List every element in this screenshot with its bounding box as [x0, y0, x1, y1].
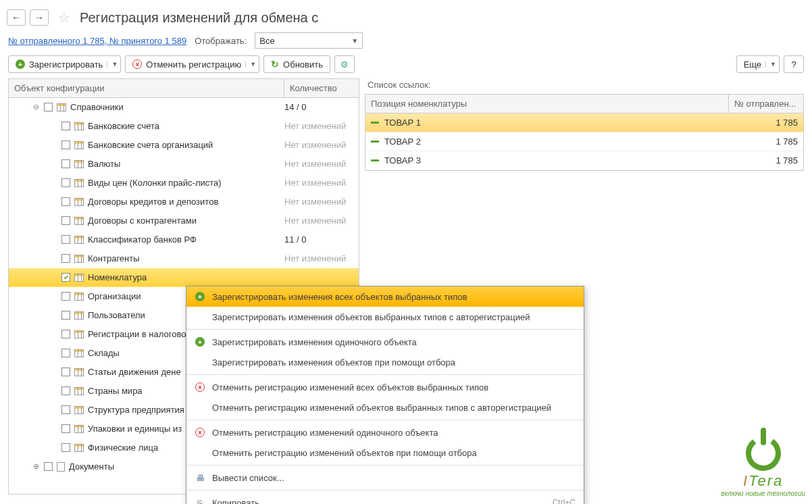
plus-icon: + — [16, 59, 25, 69]
catalog-icon — [74, 406, 84, 414]
tree-item-count: Нет изменений — [284, 197, 359, 207]
context-menu-item[interactable]: ⎘ Копировать Ctrl+C — [186, 493, 584, 504]
checkbox[interactable] — [61, 178, 70, 187]
tree-item-label: Банковские счета организаций — [88, 140, 213, 150]
nav-back-button[interactable]: ← — [7, 9, 26, 26]
tree-item-count: Нет изменений — [284, 140, 359, 150]
cancel-icon: × — [195, 428, 205, 437]
print-icon: 🖶 — [196, 473, 205, 483]
tree-item-label: Виды цен (Колонки прайс-листа) — [88, 178, 222, 188]
checkbox[interactable] — [61, 159, 70, 168]
link-icon: ⚙ — [340, 59, 349, 70]
checkbox[interactable] — [61, 443, 70, 452]
menu-item-label: Зарегистрировать изменения одиночного об… — [212, 337, 569, 347]
refresh-icon: ↻ — [271, 59, 279, 70]
catalog-icon — [74, 141, 84, 149]
item-icon — [371, 159, 379, 161]
checkbox[interactable] — [61, 216, 70, 225]
chevron-down-icon[interactable]: ▼ — [107, 61, 118, 68]
context-menu-item[interactable]: × Отменить регистрацию изменений одиночн… — [186, 422, 584, 443]
catalog-icon — [74, 274, 84, 282]
menu-item-label: Зарегистрировать изменения объектов при … — [212, 357, 569, 368]
link-tool-button[interactable]: ⚙ — [334, 55, 355, 73]
menu-item-label: Зарегистрировать изменения объектов выбр… — [212, 312, 569, 322]
col-position-header[interactable]: Позиция номенклатуры — [365, 95, 729, 113]
checkbox[interactable] — [61, 235, 70, 244]
tree-item-label: Пользователи — [88, 310, 145, 320]
checkbox[interactable] — [61, 349, 70, 357]
refresh-button[interactable]: ↻ Обновить — [263, 55, 330, 73]
tree-item[interactable]: Договоры с контрагентами Нет изменений — [9, 211, 359, 230]
checkbox[interactable] — [61, 292, 70, 301]
context-menu-item[interactable]: Отменить регистрацию изменений объектов … — [186, 397, 584, 418]
checkbox[interactable] — [44, 103, 53, 111]
sent-received-link[interactable]: № отправленного 1 785, № принятого 1 589 — [8, 36, 186, 46]
checkbox[interactable]: ✔ — [61, 273, 70, 282]
tree-root-catalogs[interactable]: ⊖ Справочники 14 / 0 — [9, 98, 359, 117]
checkbox[interactable] — [44, 462, 53, 471]
chevron-down-icon: ▼ — [351, 37, 358, 45]
tree-item[interactable]: Контрагенты Нет изменений — [9, 249, 359, 268]
checkbox[interactable] — [61, 330, 70, 338]
chevron-down-icon[interactable]: ▼ — [765, 61, 776, 68]
table-row[interactable]: ТОВАР 2 1 785 — [365, 132, 803, 151]
page-title: Регистрация изменений для обмена с — [80, 10, 318, 26]
checkbox[interactable] — [61, 386, 70, 395]
catalog-icon — [74, 198, 84, 206]
help-button[interactable]: ? — [784, 55, 804, 73]
checkbox[interactable] — [61, 122, 70, 130]
context-menu-item[interactable]: Зарегистрировать изменения объектов при … — [186, 352, 584, 372]
tree-item-label: Регистрации в налогово — [88, 329, 186, 339]
tree-item[interactable]: Банковские счета организаций Нет изменен… — [9, 136, 359, 155]
document-icon — [57, 462, 65, 472]
tree-item[interactable]: Виды цен (Колонки прайс-листа) Нет измен… — [9, 174, 359, 193]
tree-item-count: Нет изменений — [284, 121, 359, 131]
cancel-icon: × — [195, 382, 205, 392]
context-menu-item[interactable]: Отменить регистрацию изменений объектов … — [186, 443, 584, 463]
menu-separator — [186, 490, 584, 490]
plus-icon: + — [195, 337, 205, 347]
checkbox[interactable] — [61, 311, 70, 320]
context-menu-item[interactable]: Зарегистрировать изменения объектов выбр… — [186, 307, 584, 327]
tree-item[interactable]: ✔ Номенклатура — [9, 268, 359, 287]
context-menu-item[interactable]: + Зарегистрировать изменения одиночного … — [186, 332, 584, 352]
context-menu-item[interactable]: + Зарегистрировать изменения всех объект… — [186, 286, 584, 307]
cancel-registration-button[interactable]: × Отменить регистрацию ▼ — [125, 55, 259, 73]
chevron-down-icon[interactable]: ▼ — [245, 61, 256, 68]
expand-icon[interactable]: ⊕ — [32, 462, 40, 471]
table-row[interactable]: ТОВАР 1 1 785 — [365, 114, 803, 132]
checkbox[interactable] — [61, 197, 70, 206]
catalog-icon — [74, 425, 84, 433]
favorite-icon[interactable]: ☆ — [58, 9, 70, 26]
collapse-icon[interactable]: ⊖ — [32, 103, 40, 111]
tree-item[interactable]: Валюты Нет изменений — [9, 155, 359, 174]
display-select[interactable]: Все ▼ — [255, 32, 363, 49]
checkbox[interactable] — [61, 254, 70, 263]
col-count-header[interactable]: Количество — [284, 79, 359, 97]
more-button[interactable]: Еще ▼ — [736, 55, 780, 73]
copy-icon: ⎘ — [197, 498, 203, 505]
checkbox[interactable] — [61, 368, 70, 376]
checkbox[interactable] — [61, 424, 70, 433]
tree-item[interactable]: Договоры кредитов и депозитов Нет измене… — [9, 193, 359, 211]
svg-rect-1 — [761, 428, 766, 445]
catalog-icon — [74, 236, 84, 244]
table-row[interactable]: ТОВАР 3 1 785 — [365, 151, 803, 170]
catalog-icon — [74, 122, 84, 130]
register-button[interactable]: + Зарегистрировать ▼ — [8, 55, 121, 73]
links-table: Позиция номенклатуры № отправлен... ТОВА… — [365, 94, 804, 171]
catalog-icon — [74, 349, 84, 357]
col-sent-header[interactable]: № отправлен... — [729, 95, 803, 113]
catalog-icon — [74, 444, 84, 452]
checkbox[interactable] — [61, 405, 70, 414]
nav-forward-button[interactable]: → — [30, 9, 49, 26]
tree-item-label: Валюты — [88, 159, 120, 169]
tree-item-label: Организации — [88, 291, 141, 301]
context-menu-item[interactable]: × Отменить регистрацию изменений всех об… — [186, 377, 584, 397]
context-menu-item[interactable]: 🖶 Вывести список... — [186, 468, 584, 488]
checkbox[interactable] — [61, 141, 70, 149]
tree-item[interactable]: Классификатор банков РФ 11 / 0 — [9, 230, 359, 249]
col-object-header[interactable]: Объект конфигурации — [9, 79, 284, 97]
tree-item[interactable]: Банковские счета Нет изменений — [9, 117, 359, 136]
tree-item-label: Контрагенты — [88, 253, 140, 263]
